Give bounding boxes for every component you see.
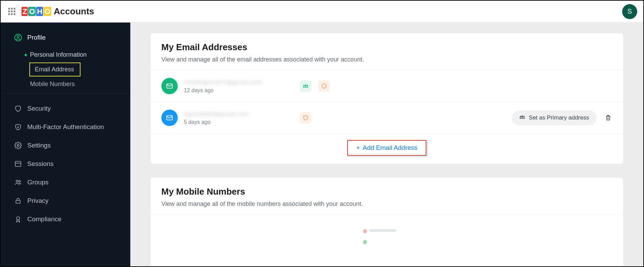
sidebar-sublabel-mobile: Mobile Numbers [30, 81, 75, 88]
svg-rect-3 [15, 161, 21, 167]
sidebar-subitem-personal-info[interactable]: Personal Information [1, 48, 130, 62]
mobile-card-subtitle: View and manage all of the mobile number… [161, 200, 612, 208]
shield-check-icon [14, 123, 23, 131]
sidebar-label-compliance: Compliance [27, 215, 61, 223]
app-title: Accounts [54, 6, 94, 17]
topbar: ZOHO Accounts S [1, 1, 643, 23]
zoho-logo: ZOHO [21, 7, 51, 16]
sidebar-item-mfa[interactable]: Multi-Factor Authentication [1, 118, 130, 136]
profile-avatar[interactable]: S [622, 4, 637, 19]
delete-email-button[interactable] [604, 114, 612, 122]
sidebar-item-security[interactable]: Security [1, 99, 130, 118]
trash-icon [605, 114, 612, 121]
crown-icon [519, 114, 525, 122]
verified-badge-icon [300, 112, 311, 124]
email-card-subtitle: View and manage all of the email address… [161, 56, 612, 63]
svg-point-2 [17, 144, 19, 146]
lock-icon [14, 197, 23, 205]
sidebar-item-privacy[interactable]: Privacy [1, 192, 130, 210]
sidebar-label-profile: Profile [27, 34, 46, 41]
plus-icon: + [356, 144, 360, 152]
svg-point-5 [16, 180, 18, 182]
sidebar-subitem-email-address[interactable]: Email Address [29, 62, 80, 76]
svg-rect-7 [16, 200, 20, 203]
gear-icon [14, 142, 23, 149]
svg-point-8 [16, 217, 19, 220]
sidebar-label-privacy: Privacy [27, 197, 48, 205]
badge-icon [14, 215, 23, 223]
mail-icon [161, 78, 178, 94]
shield-icon [14, 105, 23, 112]
add-email-label: Add Email Address [363, 144, 418, 152]
email-address-secondary: app19556@gmail.com [184, 110, 286, 118]
sidebar-label-groups: Groups [27, 179, 48, 186]
email-time-primary: 12 days ago [184, 87, 286, 94]
email-row-primary[interactable]: sharflegleny07@gmail.com 12 days ago [150, 70, 623, 102]
sidebar-item-compliance[interactable]: Compliance [1, 210, 130, 228]
email-card-title: My Email Addresses [161, 42, 612, 53]
mobile-empty-state [150, 214, 623, 266]
empty-illustration-icon [356, 225, 418, 256]
sidebar-label-sessions: Sessions [27, 160, 54, 168]
groups-icon [14, 179, 23, 186]
sessions-icon [14, 160, 23, 168]
email-row-secondary[interactable]: app19556@gmail.com 5 days ago Set as Pri… [150, 102, 623, 134]
apps-grid-icon[interactable] [8, 8, 15, 15]
sidebar-item-profile[interactable]: Profile [1, 27, 130, 48]
sidebar-sublabel-email: Email Address [35, 66, 74, 73]
sidebar-label-mfa: Multi-Factor Authentication [27, 123, 104, 131]
sidebar-item-settings[interactable]: Settings [1, 136, 130, 155]
email-addresses-card: My Email Addresses View and manage all o… [150, 33, 624, 164]
sidebar-subitem-mobile-numbers[interactable]: Mobile Numbers [1, 77, 130, 91]
sidebar-item-sessions[interactable]: Sessions [1, 155, 130, 173]
main-content: My Email Addresses View and manage all o… [130, 23, 643, 266]
mobile-card-title: My Mobile Numbers [161, 186, 612, 197]
sidebar-item-groups[interactable]: Groups [1, 173, 130, 192]
profile-icon [14, 33, 23, 42]
email-time-secondary: 5 days ago [184, 119, 286, 125]
set-primary-button[interactable]: Set as Primary address [512, 111, 597, 125]
set-primary-label: Set as Primary address [529, 114, 589, 121]
sidebar-label-settings: Settings [27, 142, 51, 149]
sidebar-sublabel-personal: Personal Information [30, 51, 87, 58]
verified-badge-icon [318, 80, 330, 92]
add-email-button[interactable]: + Add Email Address [347, 140, 426, 156]
svg-point-1 [17, 36, 19, 38]
mail-icon [161, 110, 178, 126]
primary-badge-icon [300, 80, 311, 92]
sidebar-label-security: Security [27, 105, 51, 112]
email-address-primary: sharflegleny07@gmail.com [184, 79, 286, 86]
mobile-numbers-card: My Mobile Numbers View and manage all of… [150, 177, 624, 266]
svg-point-6 [19, 181, 20, 182]
sidebar: Profile Personal Information Email Addre… [1, 23, 130, 266]
